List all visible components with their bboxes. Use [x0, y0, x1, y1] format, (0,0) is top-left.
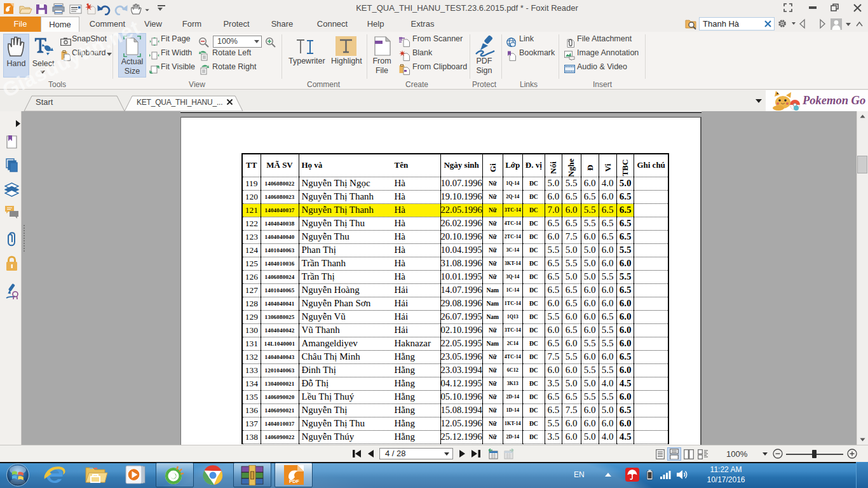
svg-text:PDF: PDF	[289, 478, 299, 484]
